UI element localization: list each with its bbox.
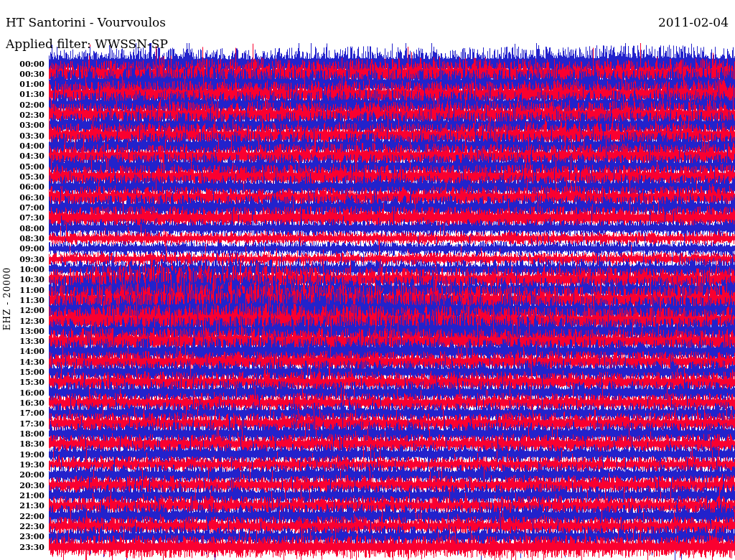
time-label: 23:30: [0, 542, 45, 551]
time-label: 14:00: [0, 347, 45, 356]
time-label: 18:30: [0, 439, 45, 449]
plot-date: 2011-02-04: [658, 15, 729, 29]
time-label: 14:30: [0, 357, 45, 366]
station-title: HT Santorini - Vourvoulos: [6, 15, 166, 29]
time-label: 07:30: [0, 213, 45, 223]
time-label: 08:30: [0, 233, 45, 243]
time-label: 06:00: [0, 182, 45, 192]
time-label: 21:00: [0, 490, 45, 500]
helicorder-trace-canvas: [0, 0, 735, 560]
time-label: 15:00: [0, 368, 45, 377]
applied-filter-label: Applied filter: WWSSN-SP: [6, 37, 168, 51]
time-label: 20:30: [0, 480, 45, 490]
time-label: 17:30: [0, 419, 45, 428]
time-label: 00:00: [0, 59, 45, 68]
time-label: 02:00: [0, 100, 45, 109]
time-label: 01:00: [0, 80, 45, 89]
time-label: 20:00: [0, 470, 45, 480]
time-label: 22:00: [0, 511, 45, 521]
time-label: 22:30: [0, 521, 45, 531]
time-label: 06:30: [0, 192, 45, 202]
time-label: 09:00: [0, 244, 45, 253]
time-label: 03:30: [0, 131, 45, 140]
time-label: 04:00: [0, 141, 45, 151]
time-label: 00:30: [0, 69, 45, 78]
channel-scale-label: EHZ - 20000: [2, 267, 12, 330]
time-label: 07:00: [0, 202, 45, 212]
time-label: 16:30: [0, 398, 45, 408]
time-label: 15:30: [0, 378, 45, 387]
time-label: 19:30: [0, 459, 45, 469]
time-label: 05:00: [0, 162, 45, 171]
time-label: 18:00: [0, 429, 45, 439]
time-label: 09:30: [0, 254, 45, 263]
time-label: 04:30: [0, 151, 45, 161]
time-label: 13:30: [0, 337, 45, 346]
time-label: 23:00: [0, 532, 45, 541]
time-label: 19:00: [0, 449, 45, 459]
time-label: 08:00: [0, 223, 45, 233]
time-label: 17:00: [0, 409, 45, 418]
time-label: 02:30: [0, 111, 45, 120]
time-label: 16:00: [0, 388, 45, 397]
time-label: 03:00: [0, 121, 45, 130]
time-label: 21:30: [0, 501, 45, 510]
time-label: 01:30: [0, 90, 45, 99]
time-label: 05:30: [0, 172, 45, 182]
